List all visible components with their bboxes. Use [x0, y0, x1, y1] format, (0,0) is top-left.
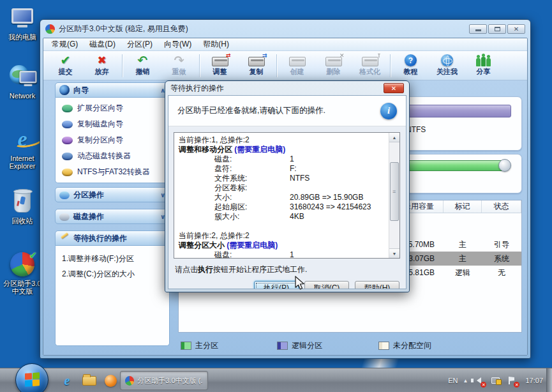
op-title: 调整分区大小 (需要重启电脑)	[179, 241, 384, 250]
menu-wizard[interactable]: 向导(W)	[158, 39, 197, 50]
desktop-icon-internet-explorer[interactable]: e Internet Explorer	[1, 125, 43, 170]
toolbar-share-button[interactable]: 分享	[465, 54, 502, 77]
sidebar-panel-wizard-header[interactable]: 向导 ∧	[55, 82, 170, 98]
start-button[interactable]	[15, 363, 48, 392]
toolbar-commit-button[interactable]: ✔提交	[47, 55, 84, 77]
cancel-button[interactable]: 取消(C)	[304, 281, 349, 289]
desktop-icon-my-computer[interactable]: 我的电脑	[1, 4, 43, 41]
menu-disk[interactable]: 磁盘(D)	[84, 39, 121, 50]
desktop-icon-label: Internet Explorer	[1, 155, 43, 170]
sidebar-item-copy-disk-wizard[interactable]: 复制磁盘向导	[57, 116, 168, 132]
sidebar-item-extend-partition-wizard[interactable]: 扩展分区向导	[57, 100, 168, 116]
globe-icon	[441, 54, 453, 66]
taskbar-partition-assistant-button[interactable]: 分区助手3.0中文版 (...	[120, 371, 208, 390]
desktop: 我的电脑 Network e Internet Explorer 回收站 ✔ 分…	[0, 0, 552, 392]
partition-assistant-mini-icon	[125, 376, 134, 386]
dialog-title: 等待执行的操作	[170, 83, 224, 94]
scroll-down-icon[interactable]: ▼	[389, 248, 399, 258]
copy-disk-icon	[62, 121, 73, 128]
taskbar-explorer-icon[interactable]	[82, 373, 97, 388]
menu-partition[interactable]: 分区(P)	[121, 39, 158, 50]
panel-title: 分区操作	[73, 190, 104, 200]
sidebar-item-copy-partition-wizard[interactable]: 复制分区向导	[57, 132, 168, 148]
sidebar-item-ntfs-fat32-converter[interactable]: NTFS与FAT32转换器	[57, 164, 168, 180]
x-icon: ✖	[97, 55, 106, 66]
pencil-icon	[59, 234, 70, 243]
unallocated-swatch-icon	[378, 342, 389, 350]
sidebar-panel-pending-ops-header[interactable]: 等待执行的操作	[55, 230, 170, 246]
op-title: 调整和移动分区 (需要重启电脑)	[179, 145, 384, 155]
taskbar-app-icon[interactable]	[103, 373, 118, 388]
op-prop: 大小:20.89GB => 15.90GB	[179, 193, 384, 202]
sidebar: 向导 ∧ 扩展分区向导 复制磁盘向导 复制分区向导 动态磁盘转换器 NTFS与F…	[55, 82, 170, 346]
legend: 主分区 逻辑分区 未分配空间	[181, 338, 522, 353]
show-desktop-button[interactable]	[546, 368, 552, 392]
wizard-icon	[59, 85, 70, 95]
proceed-button[interactable]: 执行(P)	[254, 281, 299, 289]
desktop-icon-partition-assistant[interactable]: ✔ 分区助手3.0中文版	[1, 250, 43, 295]
legend-primary: 主分区	[181, 340, 218, 351]
extend-wizard-icon	[62, 105, 73, 112]
clock[interactable]: 17:07	[525, 377, 543, 384]
copy-disk-icon: ⇉	[248, 57, 265, 66]
op-prop: 磁盘:1	[179, 155, 384, 164]
operations-list[interactable]: 当前操作:1, 总操作:2 调整和移动分区 (需要重启电脑) 磁盘:1 盘符:F…	[174, 132, 400, 259]
desktop-icon-label: Network	[1, 92, 43, 100]
action-center-icon[interactable]: ✕	[506, 375, 518, 386]
pending-op-item[interactable]: 1.调整并移动(F:)分区	[58, 251, 167, 266]
dialog-footer-text: 请点击执行按钮开始让程序正式地工作.	[175, 264, 398, 275]
minimize-button[interactable]	[469, 24, 487, 34]
dialog-titlebar: 等待执行的操作 ✕	[168, 81, 407, 95]
toolbar-copy-button[interactable]: ⇉复制	[238, 55, 274, 77]
toolbar-delete-button: ✕删除	[315, 55, 352, 77]
windows-logo-icon	[25, 372, 40, 388]
scroll-up-icon[interactable]: ▲	[389, 133, 399, 142]
desktop-icon-recycle-bin[interactable]: 回收站	[1, 188, 43, 225]
volume-muted-icon[interactable]: ✕	[473, 375, 484, 386]
taskbar-ie-icon[interactable]: e	[59, 373, 75, 388]
delete-disk-icon: ✕	[325, 57, 342, 66]
toolbar-create-button: 创建	[279, 55, 315, 77]
dialog-close-button[interactable]: ✕	[384, 83, 404, 93]
panel-title: 向导	[73, 85, 89, 96]
sidebar-item-dynamic-disk-converter[interactable]: 动态磁盘转换器	[57, 148, 168, 164]
sidebar-panel-disk-ops-header[interactable]: 磁盘操作 ∨	[55, 209, 170, 224]
network-status-icon[interactable]	[489, 375, 501, 386]
toolbar-undo-button[interactable]: ↶撤销	[124, 55, 161, 77]
maximize-button[interactable]	[488, 24, 506, 34]
toolbar-tutorial-button[interactable]: ?教程	[392, 54, 429, 77]
toolbar-follow-button[interactable]: 关注我	[429, 54, 465, 77]
help-button[interactable]: 帮助(H)	[355, 281, 399, 289]
menubar: 常规(G) 磁盘(D) 分区(P) 向导(W) 帮助(H)	[43, 38, 527, 51]
scroll-thumb[interactable]	[390, 162, 399, 221]
column-header-mark[interactable]: 标记	[444, 200, 482, 213]
internet-explorer-icon: e	[1, 125, 43, 153]
dynamic-disk-icon	[62, 153, 73, 160]
column-header-status[interactable]: 状态	[482, 200, 521, 213]
my-computer-icon	[1, 4, 43, 32]
op-prop: 分区卷标:	[179, 183, 384, 193]
menu-general[interactable]: 常规(G)	[46, 39, 84, 50]
op-prop: 文件系统:NTFS	[179, 174, 384, 183]
mouse-cursor	[294, 276, 307, 291]
info-icon: i	[380, 103, 397, 119]
legend-unallocated: 未分配空间	[378, 340, 431, 351]
taskbar-button-label: 分区助手3.0中文版 (...	[137, 376, 203, 386]
close-button[interactable]: ✕	[507, 24, 525, 34]
sidebar-panel-partition-ops-header[interactable]: 分区操作 ∨	[55, 187, 170, 202]
menu-help[interactable]: 帮助(H)	[197, 39, 235, 50]
pending-op-item[interactable]: 2.调整(C:)分区的大小	[58, 266, 167, 282]
dialog-header-text: 分区助手已经准备就绪,请确认下面的操作.	[177, 105, 325, 116]
system-tray: EN ▲ ✕ ✕ 17:07	[448, 368, 543, 392]
resize-handle[interactable]	[498, 159, 511, 172]
desktop-icon-network[interactable]: Network	[1, 63, 43, 100]
pending-ops-panel-body: 1.调整并移动(F:)分区 2.调整(C:)分区的大小	[55, 246, 170, 346]
hidden-icons-chevron-icon[interactable]: ▲	[463, 378, 468, 384]
primary-swatch-icon	[181, 342, 191, 350]
legend-logical: 逻辑分区	[277, 340, 322, 351]
toolbar-resize-button[interactable]: ⇄调整	[202, 55, 238, 77]
scrollbar[interactable]: ▲ ▼	[389, 133, 399, 258]
op-counter: 当前操作:2, 总操作:2	[179, 231, 384, 241]
toolbar-discard-button[interactable]: ✖放弃	[84, 55, 120, 77]
language-indicator[interactable]: EN	[448, 377, 458, 384]
